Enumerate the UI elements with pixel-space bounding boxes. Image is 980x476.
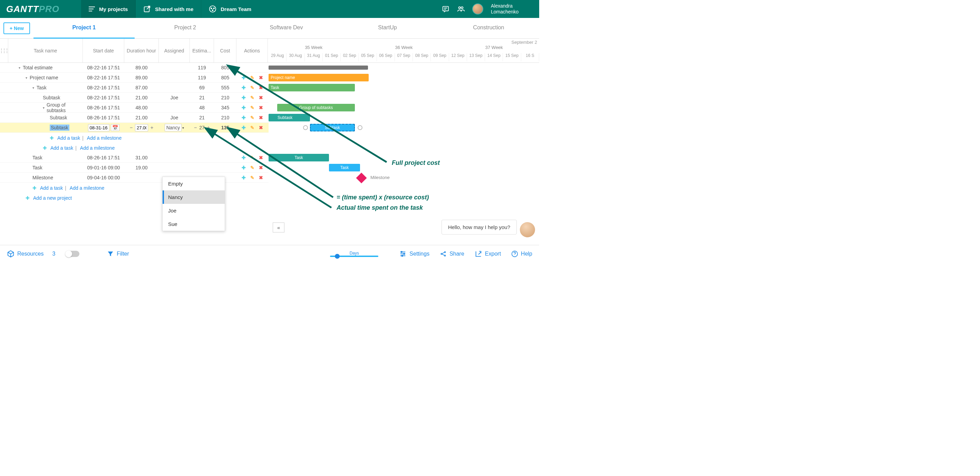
tab-project1[interactable]: Project 1: [33, 17, 135, 39]
task-row-selected[interactable]: Subtask 📅 − + Nancy ▾ − 27 + 135 ✚: [0, 123, 269, 133]
col-assigned[interactable]: Assigned: [159, 39, 190, 62]
action-add[interactable]: ✚: [241, 95, 247, 100]
nav-team[interactable]: Dream Team: [201, 0, 259, 18]
people-icon[interactable]: [457, 5, 465, 13]
col-task-name[interactable]: Task name: [8, 39, 83, 62]
bar-task3[interactable]: Task: [329, 164, 360, 171]
task-row[interactable]: Subtask08-22-16 17:5121.00Joe21210✚✎✖: [0, 93, 269, 103]
est-plus[interactable]: +: [206, 125, 211, 130]
filter-button[interactable]: Filter: [107, 251, 129, 257]
action-add[interactable]: ✚: [241, 165, 247, 170]
action-delete[interactable]: ✖: [258, 105, 264, 110]
chevron-down-icon[interactable]: ▾: [19, 66, 23, 70]
action-delete[interactable]: ✖: [258, 95, 264, 100]
dd-nancy[interactable]: Nancy: [162, 190, 225, 204]
action-edit[interactable]: ✎: [250, 155, 255, 160]
task-row[interactable]: ▾ Task08-22-16 17:5187.0069555✚✎✖: [0, 83, 269, 93]
task-row[interactable]: Task09-01-16 09:0019.00✚✎✖: [0, 163, 269, 173]
chevron-down-icon[interactable]: ▾: [25, 76, 30, 80]
add-milestone-link[interactable]: Add a milestone: [70, 185, 104, 191]
dur-plus[interactable]: +: [149, 125, 154, 130]
action-add[interactable]: ✚: [241, 155, 247, 160]
add-task-link[interactable]: Add a task: [50, 145, 73, 151]
bar-subtask-sel[interactable]: Subtask: [310, 124, 355, 132]
add-task-link[interactable]: Add a task: [40, 185, 63, 191]
tab-software[interactable]: Software Dev: [236, 17, 337, 39]
new-button[interactable]: + New: [3, 22, 30, 34]
nav-shared[interactable]: Shared with me: [136, 0, 201, 18]
chevron-down-icon[interactable]: ▾: [32, 86, 37, 90]
add-project-link[interactable]: Add a new project: [33, 195, 72, 201]
bar-task[interactable]: Task: [269, 84, 355, 91]
action-delete[interactable]: ✖: [258, 175, 264, 180]
action-delete[interactable]: ✖: [258, 165, 264, 170]
action-add[interactable]: ✚: [241, 85, 247, 90]
action-edit[interactable]: ✎: [250, 125, 255, 130]
action-add[interactable]: ✚: [241, 105, 247, 110]
chevron-down-icon[interactable]: ▾: [43, 106, 46, 110]
date-input[interactable]: [88, 124, 110, 132]
dd-empty[interactable]: Empty: [162, 177, 225, 190]
tab-construction[interactable]: Construction: [438, 17, 539, 39]
action-delete[interactable]: ✖: [258, 155, 264, 160]
task-row[interactable]: ▾ Total estimate08-22-16 17:5189.0011980…: [0, 63, 269, 73]
duration-input[interactable]: [135, 124, 148, 132]
task-row[interactable]: Subtask08-26-16 17:5121.00Joe21210✚✎✖: [0, 113, 269, 123]
bar-handle-left[interactable]: [303, 125, 308, 130]
resources-button[interactable]: Resources 3: [7, 250, 55, 258]
task-row[interactable]: ▾ Project name08-22-16 17:5189.00119805✚…: [0, 73, 269, 83]
milestone-diamond[interactable]: [356, 173, 367, 183]
bar-subtask1[interactable]: Subtask: [269, 114, 310, 121]
action-delete[interactable]: ✖: [258, 75, 264, 80]
nav-my-projects[interactable]: My projects: [81, 0, 136, 18]
col-duration[interactable]: Duration hour: [124, 39, 159, 62]
chat-bubble[interactable]: Hello, how may I help you?: [442, 220, 517, 235]
action-edit[interactable]: ✎: [250, 75, 255, 80]
action-add[interactable]: ✚: [241, 75, 247, 80]
chat-avatar[interactable]: [520, 222, 535, 237]
tab-project2[interactable]: Project 2: [135, 17, 236, 39]
task-row[interactable]: ▾ Group of subtasks08-26-16 17:5148.0048…: [0, 103, 269, 113]
action-edit[interactable]: ✎: [250, 115, 255, 121]
bar-project[interactable]: Project name: [269, 74, 369, 81]
zoom-slider[interactable]: Days: [330, 251, 378, 257]
action-edit[interactable]: ✎: [250, 175, 255, 180]
toggle-switch[interactable]: [65, 251, 80, 257]
col-start-date[interactable]: Start date: [83, 39, 124, 62]
avatar[interactable]: [472, 3, 483, 14]
add-milestone-link[interactable]: Add a milestone: [87, 135, 121, 141]
action-add[interactable]: ✚: [241, 115, 247, 121]
selected-task-name[interactable]: Subtask: [50, 125, 69, 131]
dd-joe[interactable]: Joe: [162, 204, 225, 217]
action-add[interactable]: ✚: [241, 125, 247, 130]
dd-sue[interactable]: Sue: [162, 217, 225, 231]
add-task-link[interactable]: Add a task: [57, 135, 80, 141]
chat-icon[interactable]: [442, 5, 449, 13]
action-add[interactable]: ✚: [241, 175, 247, 180]
col-estimate[interactable]: Estima...: [190, 39, 214, 62]
task-row[interactable]: Task08-26-16 17:5131.00✚✎✖: [0, 153, 269, 163]
action-edit[interactable]: ✎: [250, 85, 255, 90]
drag-handle-col[interactable]: ╎╎╎: [0, 39, 8, 62]
help-button[interactable]: Help: [511, 251, 532, 257]
bar-total[interactable]: [269, 65, 368, 70]
action-delete[interactable]: ✖: [258, 125, 264, 130]
tab-startup[interactable]: StartUp: [337, 17, 438, 39]
est-minus[interactable]: −: [192, 125, 198, 130]
action-delete[interactable]: ✖: [258, 115, 264, 121]
export-button[interactable]: Export: [475, 250, 501, 258]
chevron-down-icon[interactable]: ▾: [182, 126, 184, 130]
collapse-button[interactable]: «: [273, 222, 285, 232]
dur-minus[interactable]: −: [129, 125, 134, 130]
settings-button[interactable]: Settings: [399, 250, 430, 258]
action-edit[interactable]: ✎: [250, 105, 255, 110]
assigned-value[interactable]: Nancy: [165, 124, 182, 132]
col-cost[interactable]: Cost: [214, 39, 237, 62]
bar-task2[interactable]: Task: [269, 154, 329, 162]
calendar-icon[interactable]: 📅: [111, 124, 119, 131]
action-edit[interactable]: ✎: [250, 95, 255, 100]
action-edit[interactable]: ✎: [250, 165, 255, 170]
bar-group[interactable]: Group of subtasks: [277, 104, 355, 111]
share-button[interactable]: Share: [440, 251, 464, 257]
bar-handle-right[interactable]: [358, 125, 363, 130]
